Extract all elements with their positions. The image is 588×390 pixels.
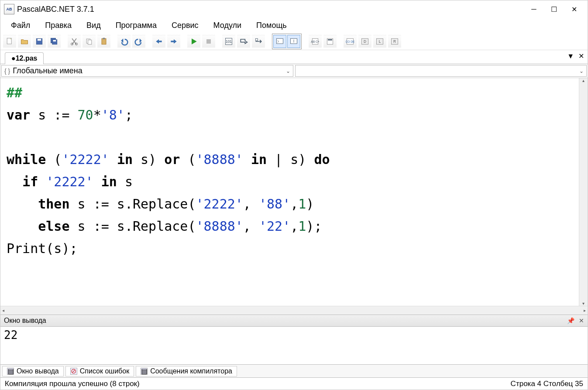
svg-rect-12 [103, 38, 105, 39]
nav-forward-button[interactable] [167, 35, 180, 48]
vertical-scrollbar[interactable]: ▴▾ [579, 78, 588, 306]
svg-rect-28 [328, 39, 332, 41]
svg-rect-10 [88, 40, 92, 44]
svg-text:D: D [364, 39, 366, 44]
code-token: | s) [267, 152, 314, 167]
code-token: , [243, 219, 259, 234]
code-editor[interactable]: ## var s := 70*'8'; while ('2222' in s) … [0, 78, 579, 306]
file-tab[interactable]: ●12.pas [5, 52, 44, 64]
code-token: ## [7, 85, 22, 100]
code-token: Print(s); [7, 241, 78, 256]
chevron-down-icon: ⌄ [286, 68, 290, 74]
scope-combo-right[interactable]: ⌄ [295, 65, 587, 77]
format-button[interactable]: AB C+ [309, 35, 322, 48]
code-token [7, 219, 38, 234]
output-panel-body[interactable]: 22 [0, 327, 588, 364]
menu-help[interactable]: Помощь [250, 19, 293, 32]
close-button[interactable]: ✕ [564, 3, 584, 16]
horizontal-scrollbar[interactable]: ◂▸ [0, 306, 588, 315]
code-token: ) [306, 196, 314, 212]
code-token: '2222' [62, 152, 109, 167]
chevron-down-icon: ⌄ [579, 68, 584, 74]
toolbar: 101 AB C+ CO DE D L R [0, 33, 588, 50]
code-token: ( [180, 152, 196, 167]
designer-d-button[interactable]: D [358, 35, 371, 48]
menu-edit[interactable]: Правка [39, 19, 78, 32]
toggle-console-button[interactable] [273, 35, 286, 48]
svg-marker-17 [192, 38, 197, 44]
svg-rect-3 [38, 39, 41, 41]
nav-back-button[interactable] [152, 35, 165, 48]
window-button[interactable] [323, 35, 337, 48]
menu-program[interactable]: Программа [110, 19, 163, 32]
svg-rect-21 [255, 38, 258, 41]
menu-view[interactable]: Вид [80, 19, 107, 32]
file-tabstrip: ●12.pas ▼ ✕ [0, 50, 588, 64]
close-panel-icon[interactable]: ✕ [579, 317, 584, 324]
code-token: or [164, 152, 180, 167]
code-token: ; [125, 107, 133, 123]
code-token: '22' [259, 219, 290, 234]
step-into-button[interactable] [237, 35, 250, 48]
svg-text:R: R [393, 39, 396, 44]
pin-icon[interactable]: 📌 [567, 317, 574, 324]
designer-r-button[interactable]: R [388, 35, 401, 48]
code-view-button[interactable]: CO DE [344, 35, 357, 48]
redo-button[interactable] [132, 35, 145, 48]
tab-menu-arrow-icon[interactable]: ▼ [567, 52, 574, 60]
app-icon: AB [4, 4, 14, 14]
menu-modules[interactable]: Модули [207, 19, 248, 32]
minimize-button[interactable]: ─ [524, 3, 544, 16]
code-token [7, 174, 22, 189]
scope-combo-left[interactable]: { }Глобальные имена ⌄ [1, 65, 293, 77]
compile-button[interactable]: 101 [222, 35, 235, 48]
code-token: , [290, 219, 298, 234]
maximize-button[interactable]: ☐ [544, 3, 564, 16]
bottom-tabs: ▤Окно вывода ⊘Список ошибок ▤Сообщения к… [0, 364, 588, 377]
code-token: in [101, 174, 117, 189]
menu-file[interactable]: Файл [5, 19, 36, 32]
save-button[interactable] [33, 35, 46, 48]
new-file-button[interactable] [3, 35, 16, 48]
menu-service[interactable]: Сервис [165, 19, 205, 32]
open-file-button[interactable] [18, 35, 31, 48]
stop-button[interactable] [202, 35, 215, 48]
code-token: ( [46, 152, 62, 167]
code-token: ); [306, 219, 322, 234]
code-token: , [243, 196, 259, 212]
code-token: if [22, 174, 38, 189]
code-token: in [117, 152, 133, 167]
bottom-tab-errors[interactable]: ⊘Список ошибок [65, 366, 134, 376]
save-all-button[interactable] [48, 35, 61, 48]
paste-button[interactable] [97, 35, 110, 48]
copy-button[interactable] [83, 35, 96, 48]
error-icon: ⊘ [70, 368, 77, 375]
bottom-tab-compiler[interactable]: ▤Сообщения компилятора [136, 366, 237, 376]
svg-rect-22 [277, 38, 283, 44]
code-token: '8' [101, 107, 125, 123]
designer-l-button[interactable]: L [373, 35, 386, 48]
code-token [109, 152, 117, 167]
step-over-button[interactable] [252, 35, 265, 48]
svg-rect-18 [206, 39, 211, 44]
output-icon: ▤ [7, 368, 14, 375]
code-token: s) [133, 152, 164, 167]
code-token: , [290, 196, 298, 212]
undo-button[interactable] [117, 35, 131, 48]
run-button[interactable] [187, 35, 200, 48]
tab-close-icon[interactable]: ✕ [578, 52, 584, 60]
titlebar: AB PascalABC.NET 3.7.1 ─ ☐ ✕ [0, 0, 588, 18]
code-token: else [38, 219, 69, 234]
code-token: 70 [78, 107, 93, 123]
cut-button[interactable] [68, 35, 81, 48]
bottom-tab-output[interactable]: ▤Окно вывода [2, 366, 64, 376]
code-token: in [251, 152, 267, 167]
scope-row: { }Глобальные имена ⌄ ⌄ [0, 64, 588, 78]
code-token: '2222' [46, 174, 93, 189]
code-token: s [117, 174, 133, 189]
code-token [243, 152, 251, 167]
code-token: while [7, 152, 46, 167]
toggle-cursor-button[interactable] [287, 35, 300, 48]
compiler-icon: ▤ [141, 368, 148, 375]
code-token [7, 196, 38, 212]
